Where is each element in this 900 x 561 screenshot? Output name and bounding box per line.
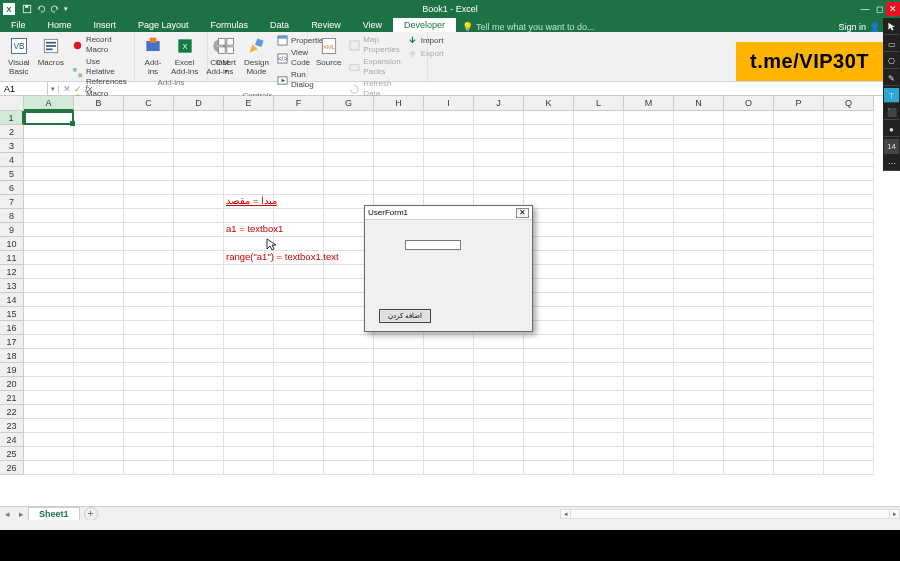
row-header[interactable]: 7 <box>0 195 24 209</box>
cell[interactable] <box>724 321 774 335</box>
cell[interactable] <box>674 195 724 209</box>
cell[interactable] <box>74 447 124 461</box>
row-header[interactable]: 25 <box>0 447 24 461</box>
cell[interactable] <box>674 181 724 195</box>
cell[interactable] <box>74 433 124 447</box>
cell[interactable] <box>374 349 424 363</box>
save-icon[interactable] <box>22 4 32 14</box>
cell[interactable] <box>174 293 224 307</box>
cell[interactable] <box>824 111 874 125</box>
cell[interactable] <box>174 335 224 349</box>
cell[interactable] <box>274 349 324 363</box>
cell[interactable] <box>174 223 224 237</box>
row-header[interactable]: 11 <box>0 251 24 265</box>
cell[interactable] <box>574 237 624 251</box>
cell[interactable] <box>574 433 624 447</box>
cell[interactable] <box>24 405 74 419</box>
cell[interactable] <box>124 363 174 377</box>
cell[interactable] <box>624 419 674 433</box>
cell[interactable] <box>74 181 124 195</box>
cell[interactable] <box>574 321 624 335</box>
tell-me[interactable]: 💡 Tell me what you want to do... <box>462 22 595 32</box>
cell[interactable] <box>324 335 374 349</box>
recorder-highlighter-icon[interactable]: ⬛ <box>884 105 899 120</box>
row-header[interactable]: 26 <box>0 461 24 475</box>
cell[interactable] <box>274 321 324 335</box>
cell[interactable] <box>624 251 674 265</box>
cell[interactable] <box>174 405 224 419</box>
cell[interactable] <box>374 153 424 167</box>
cell[interactable] <box>474 405 524 419</box>
cell[interactable] <box>124 167 174 181</box>
cell[interactable] <box>274 293 324 307</box>
column-header[interactable]: E <box>224 96 274 111</box>
cell[interactable] <box>674 447 724 461</box>
cell[interactable] <box>824 181 874 195</box>
cell[interactable] <box>24 363 74 377</box>
cell[interactable] <box>24 209 74 223</box>
cell[interactable] <box>524 363 574 377</box>
cell[interactable] <box>374 167 424 181</box>
cell[interactable] <box>24 125 74 139</box>
cell[interactable] <box>174 209 224 223</box>
cell[interactable] <box>774 209 824 223</box>
cell[interactable] <box>124 307 174 321</box>
cell[interactable] <box>274 125 324 139</box>
cell[interactable] <box>124 195 174 209</box>
cell[interactable] <box>724 307 774 321</box>
cell[interactable] <box>524 447 574 461</box>
cell[interactable] <box>774 377 824 391</box>
row-header[interactable]: 14 <box>0 293 24 307</box>
cell[interactable] <box>224 447 274 461</box>
cell[interactable] <box>824 461 874 475</box>
cell[interactable] <box>224 111 274 125</box>
cell[interactable] <box>724 405 774 419</box>
cell[interactable] <box>24 237 74 251</box>
cell[interactable] <box>724 279 774 293</box>
tab-developer[interactable]: Developer <box>393 18 456 32</box>
cell[interactable] <box>174 237 224 251</box>
cell[interactable] <box>174 321 224 335</box>
cell[interactable] <box>824 293 874 307</box>
cell[interactable] <box>74 293 124 307</box>
cell[interactable] <box>774 167 824 181</box>
tab-review[interactable]: Review <box>300 18 352 32</box>
insert-control-button[interactable]: Insert▾ <box>212 34 240 91</box>
cell[interactable] <box>674 167 724 181</box>
cell[interactable] <box>74 391 124 405</box>
tab-data[interactable]: Data <box>259 18 300 32</box>
sheet-nav-prev-icon[interactable]: ◂ <box>0 509 14 519</box>
cell[interactable] <box>124 279 174 293</box>
add-sheet-button[interactable]: + <box>84 507 98 521</box>
row-header[interactable]: 9 <box>0 223 24 237</box>
userform[interactable]: UserForm1 ✕ اضافه کردن <box>364 205 533 332</box>
cell[interactable] <box>174 363 224 377</box>
cell[interactable] <box>774 223 824 237</box>
cell[interactable] <box>674 363 724 377</box>
cell[interactable] <box>724 293 774 307</box>
sheet-nav-next-icon[interactable]: ▸ <box>14 509 28 519</box>
cell[interactable] <box>674 335 724 349</box>
cell[interactable] <box>124 447 174 461</box>
cell[interactable] <box>274 195 324 209</box>
cell[interactable] <box>824 195 874 209</box>
cell[interactable] <box>524 391 574 405</box>
cell[interactable] <box>324 377 374 391</box>
sheet-tab-active[interactable]: Sheet1 <box>28 507 80 521</box>
cell[interactable] <box>774 405 824 419</box>
cell[interactable] <box>374 377 424 391</box>
cell[interactable] <box>424 391 474 405</box>
row-header[interactable]: 3 <box>0 139 24 153</box>
cell[interactable] <box>824 321 874 335</box>
cell[interactable] <box>274 265 324 279</box>
cell[interactable] <box>24 265 74 279</box>
cell[interactable] <box>324 139 374 153</box>
excel-addins-button[interactable]: X Excel Add-ins <box>167 34 202 78</box>
cell[interactable] <box>174 167 224 181</box>
cell[interactable] <box>374 433 424 447</box>
cell[interactable] <box>124 181 174 195</box>
cell[interactable] <box>824 377 874 391</box>
redo-icon[interactable] <box>50 4 60 14</box>
cell[interactable] <box>724 181 774 195</box>
cell[interactable] <box>824 209 874 223</box>
